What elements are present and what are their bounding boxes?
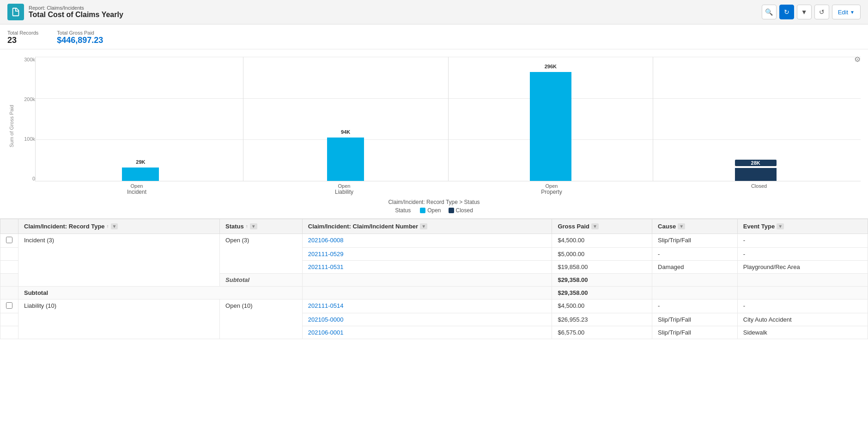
- event-type-cell: -: [737, 234, 868, 248]
- x-label-liability: Open Liability: [243, 183, 446, 195]
- claim-link[interactable]: 202111-0514: [308, 302, 344, 309]
- summary-labels: Total Records 23 Total Gross Paid $446,8…: [7, 30, 861, 45]
- subtotal-checkbox-cell: [0, 274, 18, 287]
- filter-record-type-icon[interactable]: ▼: [111, 223, 118, 229]
- subtotal-cause-cell: [652, 274, 738, 287]
- claims-table: Claim/Incident: Record Type ↑ ▼ Status ↑…: [0, 219, 868, 339]
- liability-type-cell: Liability (10): [18, 299, 220, 339]
- claim-number-cell: 202106-0001: [302, 326, 552, 339]
- th-record-type: Claim/Incident: Record Type ↑ ▼: [18, 219, 220, 234]
- divider-2: [448, 57, 449, 181]
- subtotal-label-cell: Subtotal: [220, 274, 303, 287]
- claim-number-cell: 202111-0531: [302, 261, 552, 274]
- legend-open-label: Open: [427, 207, 441, 214]
- sync-button[interactable]: ↺: [814, 5, 829, 19]
- edit-label: Edit: [838, 9, 848, 16]
- legend-status-label: Status: [395, 207, 411, 214]
- x-axis-labels: Open Incident Open Liability Open Proper…: [35, 181, 861, 195]
- th-gross-paid: Gross Paid ▼: [552, 219, 652, 234]
- divider-1: [243, 57, 243, 181]
- header-actions: 🔍 ↻ ▼ ↺ Edit ▼: [762, 5, 861, 19]
- claim-link[interactable]: 202106-0008: [308, 237, 344, 244]
- x-label-closed: Closed: [657, 183, 861, 189]
- incident-open-bar: 29K: [122, 168, 159, 181]
- filter-claim-number-icon[interactable]: ▼: [420, 223, 427, 229]
- x-type-incident: Incident: [127, 189, 146, 195]
- claim-number-cell: 202111-0514: [302, 299, 552, 313]
- group-subtotal-checkbox: [0, 287, 18, 299]
- bars-container: 29K 94K: [36, 57, 861, 181]
- chart-legend: Claim/Incident: Record Type > Status Sta…: [7, 199, 861, 214]
- table-header-row: Claim/Incident: Record Type ↑ ▼ Status ↑…: [0, 219, 868, 234]
- property-open-bar: 296K: [530, 72, 571, 181]
- claim-link[interactable]: 202106-0001: [308, 329, 344, 336]
- summary-section: Total Records 23 Total Gross Paid $446,8…: [0, 24, 868, 49]
- incident-bar-area: 29K: [40, 57, 241, 181]
- liability-open-bar-label: 94K: [327, 129, 364, 135]
- cause-cell: Slip/Trip/Fall: [652, 313, 738, 326]
- claim-link[interactable]: 202111-0529: [308, 251, 344, 257]
- row-checkbox-cell: [0, 248, 18, 261]
- x-status-property: Open: [546, 183, 558, 189]
- sort-record-type-icon[interactable]: ↑: [107, 224, 109, 229]
- cause-cell: -: [652, 299, 738, 313]
- incident-open-bar-label: 29K: [122, 159, 159, 165]
- y-axis-ticks: 300k 200k 100k 0: [18, 57, 35, 195]
- row-checkbox-cell: [0, 326, 18, 339]
- th-status: Status ↑ ▼: [220, 219, 303, 234]
- gross-paid-cell: $5,000.00: [552, 248, 652, 261]
- claim-link[interactable]: 202105-0000: [308, 316, 344, 323]
- chart-legend-axis-label: Claim/Incident: Record Type > Status: [7, 199, 861, 205]
- row-checkbox[interactable]: [6, 237, 12, 243]
- y-tick-200k: 200k: [24, 96, 35, 102]
- y-tick-300k: 300k: [24, 57, 35, 62]
- filter-cause-icon[interactable]: ▼: [678, 223, 685, 229]
- liability-bar-area: 94K: [245, 57, 446, 181]
- x-status-liability: Open: [338, 183, 351, 189]
- row-checkbox[interactable]: [6, 302, 12, 309]
- y-axis-title: Sum of Gross Paid: [7, 105, 16, 147]
- x-label-incident: Open Incident: [35, 183, 238, 195]
- cause-cell: -: [652, 248, 738, 261]
- group-subtotal-event: [737, 287, 868, 299]
- liability-status-cell: Open (10): [220, 299, 303, 339]
- sort-status-icon[interactable]: ↑: [246, 224, 248, 229]
- th-event-type-label: Event Type: [743, 223, 775, 230]
- property-bar-area: 296K: [450, 57, 651, 181]
- filter-button[interactable]: ▼: [797, 5, 812, 19]
- group-subtotal-claim: [302, 287, 552, 299]
- filter-event-type-icon[interactable]: ▼: [777, 223, 784, 229]
- group-liability: 94K: [245, 57, 446, 181]
- row-checkbox-cell: [0, 299, 18, 313]
- incident-open-bar-rect: [122, 168, 159, 181]
- header: Report: Claims/Incidents Total Cost of C…: [0, 0, 868, 24]
- subtotal-gross-paid: $29,358.00: [552, 274, 652, 287]
- search-button[interactable]: 🔍: [762, 5, 777, 19]
- edit-button[interactable]: Edit ▼: [832, 5, 861, 19]
- incident-type-cell: Incident (3): [18, 234, 220, 287]
- y-tick-100k: 100k: [24, 136, 35, 142]
- th-cause: Cause ▼: [652, 219, 738, 234]
- legend-closed-label: Closed: [456, 207, 473, 214]
- gross-paid-cell: $4,500.00: [552, 234, 652, 248]
- checkbox-header: [0, 219, 18, 234]
- gross-paid-cell: $6,575.00: [552, 326, 652, 339]
- claim-link[interactable]: 202111-0531: [308, 263, 344, 270]
- filter-status-icon[interactable]: ▼: [250, 223, 257, 229]
- group-subtotal-row: Subtotal $29,358.00: [0, 287, 868, 299]
- group-subtotal-label: Subtotal: [18, 287, 303, 299]
- table-row: Liability (10) Open (10) 202111-0514 $4,…: [0, 299, 868, 313]
- gross-paid-cell: $26,955.23: [552, 313, 652, 326]
- total-records-label: Total Records: [7, 30, 38, 36]
- legend-closed: Closed: [449, 207, 473, 214]
- legend-open-dot: [420, 208, 425, 213]
- total-records-item: Total Records 23: [7, 30, 38, 45]
- total-records-value: 23: [7, 36, 38, 45]
- claim-number-cell: 202111-0529: [302, 248, 552, 261]
- incident-status-cell: Open (3): [220, 234, 303, 274]
- filter-gross-paid-icon[interactable]: ▼: [591, 223, 599, 229]
- divider-3: [653, 57, 653, 181]
- event-type-cell: City Auto Accident: [737, 313, 868, 326]
- gross-paid-cell: $4,500.00: [552, 299, 652, 313]
- refresh-button[interactable]: ↻: [779, 5, 794, 19]
